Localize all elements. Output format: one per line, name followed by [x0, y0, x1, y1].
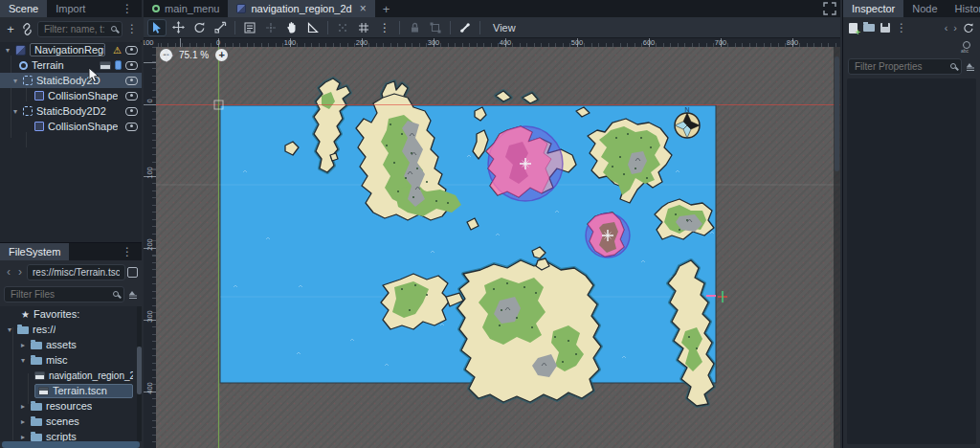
collapse-icon[interactable]: ▾: [11, 107, 19, 116]
tree-row-staticbody2d[interactable]: ▾ StaticBody2D: [0, 73, 142, 88]
close-tab-icon[interactable]: ×: [360, 2, 367, 15]
tree-row-collisionshape2d[interactable]: CollisionShape2D: [0, 88, 142, 103]
fs-row-navigation-region-2d-tscn[interactable]: navigation_region_2d.tscn: [0, 368, 137, 383]
ruler-tool-button[interactable]: [303, 19, 323, 36]
distraction-free-mode-icon[interactable]: [823, 2, 836, 15]
filesystem-hscrollbar[interactable]: [2, 441, 140, 448]
visibility-eye-icon[interactable]: [125, 92, 138, 101]
tab-node[interactable]: Node: [903, 0, 946, 17]
collapse-icon[interactable]: ▾: [6, 325, 13, 334]
visibility-eye-icon[interactable]: [125, 61, 138, 70]
new-resource-icon[interactable]: [849, 23, 858, 34]
selection-list-button[interactable]: [240, 19, 259, 36]
tab-inspector[interactable]: Inspector: [843, 0, 903, 17]
scene-tab-main-menu[interactable]: main_menu: [144, 0, 228, 17]
collapse-icon[interactable]: ▾: [11, 77, 19, 85]
add-node-button[interactable]: +: [4, 22, 17, 36]
expand-icon[interactable]: ▸: [19, 341, 27, 349]
expand-icon[interactable]: ▸: [19, 402, 27, 411]
visibility-eye-icon[interactable]: [125, 77, 138, 85]
load-resource-icon[interactable]: [863, 24, 875, 32]
instance-scene-icon[interactable]: [21, 23, 33, 35]
scene-tab-navigation-region-2d[interactable]: navigation_region_2d ×: [228, 0, 374, 17]
center-view-icon[interactable]: [160, 49, 173, 62]
tab-scene[interactable]: Scene: [0, 0, 47, 17]
move-tool-button[interactable]: [168, 19, 188, 36]
pivot-tool-button[interactable]: [261, 19, 280, 36]
history-forward-button[interactable]: ›: [15, 265, 25, 279]
object-history-icon[interactable]: [963, 22, 974, 34]
fs-row-scripts[interactable]: ▸ scripts: [0, 429, 137, 441]
history-back-button[interactable]: ‹: [4, 265, 13, 279]
scene-filter-input[interactable]: [37, 21, 122, 37]
node-name-editbox[interactable]: NavigationRegion2D: [30, 43, 105, 56]
view-menu-button[interactable]: View: [485, 22, 523, 34]
sort-files-icon[interactable]: [128, 289, 138, 299]
split-mode-icon[interactable]: [127, 267, 138, 278]
canvas-vscrollbar[interactable]: [834, 47, 840, 448]
scene-dock-menu-icon[interactable]: ⋮: [113, 0, 142, 17]
tab-import[interactable]: Import: [47, 0, 94, 17]
scene-tree: ▾ NavigationRegion2D ⚠ Terrain ▾: [0, 42, 142, 242]
filesystem-menu-icon[interactable]: ⋮: [113, 243, 142, 260]
tab-filesystem[interactable]: FileSystem: [0, 243, 69, 260]
filter-files-input[interactable]: [4, 286, 124, 302]
filesystem-tree: ★ Favorites: ▾ res:// ▸ assets ▾ misc: [0, 306, 137, 441]
warning-icon[interactable]: ⚠: [113, 45, 122, 56]
property-name-search-icon[interactable]: [961, 41, 972, 53]
scene-toolbar: + ⋮: [0, 17, 142, 40]
script-icon[interactable]: [115, 60, 122, 70]
scale-tool-button[interactable]: [211, 19, 230, 36]
edit-next-object-button[interactable]: ›: [953, 22, 957, 34]
terrain-node-icon: [19, 61, 28, 70]
expand-icon[interactable]: ▸: [19, 417, 27, 426]
fs-row-terrain-tscn[interactable]: Terrain.tscn: [0, 383, 137, 398]
smart-snap-icon[interactable]: [333, 19, 352, 36]
select-tool-button[interactable]: [147, 19, 167, 36]
fs-row-res[interactable]: ▾ res://: [0, 322, 137, 337]
fs-row-resources[interactable]: ▸ resources: [0, 398, 137, 414]
property-sort-icon[interactable]: [966, 61, 975, 71]
fs-row-assets[interactable]: ▸ assets: [0, 337, 137, 352]
expand-icon[interactable]: ▸: [19, 433, 27, 441]
fs-row-favorites[interactable]: ★ Favorites:: [0, 306, 137, 322]
resource-options-icon[interactable]: ⋮: [896, 21, 907, 34]
current-path-field[interactable]: [27, 264, 125, 280]
rotate-tool-button[interactable]: [189, 19, 209, 36]
scene-toolbar-menu-icon[interactable]: ⋮: [126, 22, 138, 35]
tab-history-label: History: [955, 3, 980, 14]
grid-snap-icon[interactable]: [354, 19, 373, 36]
ruler-label: 300: [421, 38, 446, 47]
viewport-canvas[interactable]: N -100 0 100 200 300: [144, 38, 840, 448]
tree-row-terrain[interactable]: Terrain: [0, 57, 142, 73]
tree-row-navigationregion2d[interactable]: ▾ NavigationRegion2D ⚠: [0, 42, 142, 57]
tree-row-staticbody2d2[interactable]: ▾ StaticBody2D2: [0, 103, 142, 119]
lock-icon[interactable]: [405, 19, 424, 36]
group-icon[interactable]: [426, 19, 445, 36]
collapse-icon[interactable]: ▾: [4, 46, 11, 55]
collapse-icon[interactable]: ▾: [19, 356, 27, 365]
tree-row-collisionshape2d-2[interactable]: CollisionShape2D: [0, 119, 142, 134]
visibility-eye-icon[interactable]: [125, 46, 138, 55]
zoom-in-button[interactable]: +: [215, 49, 228, 61]
snap-options-menu-icon[interactable]: ⋮: [375, 19, 394, 36]
ruler-label: 100: [278, 38, 302, 47]
fs-row-scenes[interactable]: ▸ scenes: [0, 414, 137, 429]
filesystem-vscrollbar[interactable]: [137, 306, 142, 441]
new-scene-tab-button[interactable]: +: [375, 0, 398, 17]
folder-icon: [31, 342, 42, 349]
fs-row-misc[interactable]: ▾ misc: [0, 352, 137, 368]
save-resource-icon[interactable]: [880, 23, 890, 33]
zoom-percent[interactable]: 75.1 %: [179, 50, 209, 60]
ruler-vertical[interactable]: 0 100 200 300 400: [144, 47, 156, 448]
pan-tool-button[interactable]: [282, 19, 301, 36]
filter-properties-input[interactable]: [848, 58, 962, 75]
search-icon: [950, 63, 956, 69]
ruler-horizontal[interactable]: -100 0 100 200 300 400 500 600 700 800: [156, 38, 840, 47]
visibility-eye-icon[interactable]: [125, 123, 138, 131]
edit-prev-object-button[interactable]: ‹: [945, 22, 948, 34]
tab-history[interactable]: History: [947, 0, 980, 17]
skeleton-bone-icon[interactable]: [456, 19, 475, 36]
visibility-eye-icon[interactable]: [125, 107, 138, 116]
map-canvas[interactable]: N: [144, 38, 840, 448]
